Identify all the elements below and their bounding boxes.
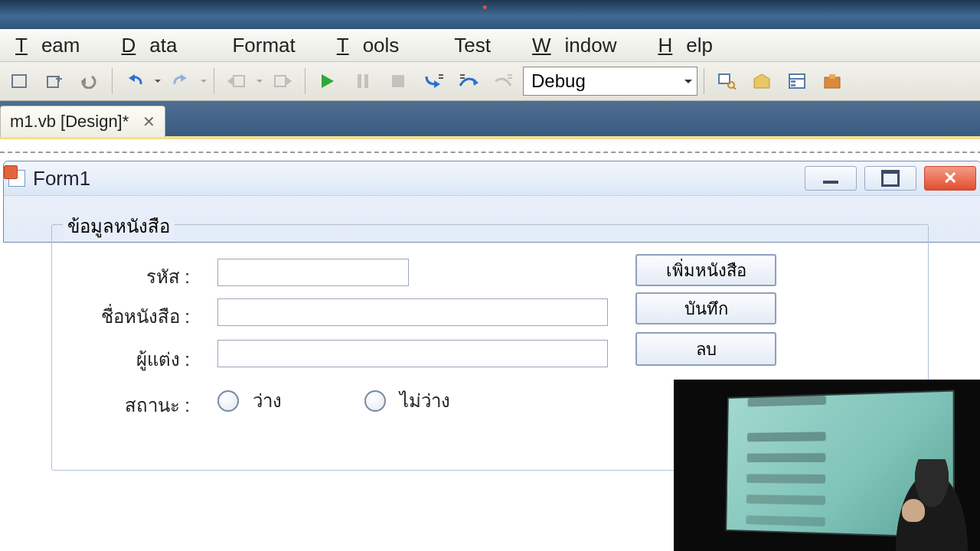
form-close-button[interactable]: ✕ [924,166,976,191]
button-delete[interactable]: ลบ [635,332,776,366]
form-titlebar[interactable]: Form1 ✕ [4,161,980,196]
svg-marker-15 [434,80,440,88]
svg-rect-14 [392,75,404,87]
svg-marker-18 [472,78,479,86]
svg-point-24 [728,82,734,88]
designed-form-window[interactable]: Form1 ✕ ข้อมูลหนังสือ รหัส : เพิ่มหนังสื… [3,161,980,243]
menu-team[interactable]: Team [2,34,107,57]
radio-unavailable[interactable] [364,390,386,412]
properties-icon[interactable] [781,67,813,96]
document-tabstrip: m1.vb [Design]* ✕ [0,101,980,136]
label-code: รหัส : [75,262,190,292]
svg-rect-32 [829,74,835,79]
document-tab[interactable]: m1.vb [Design]* ✕ [0,106,165,137]
nav-fwd-icon[interactable] [266,67,299,96]
radio-available[interactable] [217,390,239,412]
redo-icon[interactable] [165,67,197,96]
button-save[interactable]: บันทึก [635,292,776,324]
svg-marker-6 [181,74,187,82]
menu-bar: Team Data Format Tools Test Window Help [0,29,980,61]
toolbar: Debug [0,61,980,101]
webcam-overlay [674,380,980,551]
label-status: สถานะ : [83,390,190,420]
presenter-hand [902,499,925,522]
radio-unavailable-label: ไม่ว่าง [400,386,450,416]
undo-dropdown[interactable] [154,77,162,86]
label-author: ผู้แต่ง : [83,344,190,374]
menu-format[interactable]: Format [204,34,322,57]
form-title-text: Form1 [33,167,90,191]
os-titlebar-strip [0,0,980,29]
close-tab-icon[interactable]: ✕ [142,112,155,131]
form-maximize-button[interactable] [864,166,916,191]
toolbox-icon[interactable] [816,67,848,96]
input-code[interactable] [217,259,409,286]
svg-marker-26 [754,74,769,88]
button-add-book[interactable]: เพิ่มหนังสือ [635,254,776,286]
step-over-icon[interactable] [452,67,485,96]
add-item-icon[interactable] [38,67,70,96]
input-name[interactable] [217,298,608,326]
svg-rect-13 [364,74,368,88]
nav-back-icon[interactable] [220,67,253,96]
label-name: ชื่อหนังสือ : [52,302,190,331]
svg-rect-31 [825,77,840,88]
menu-window[interactable]: Window [518,34,644,57]
svg-rect-23 [719,74,730,83]
undo-icon[interactable] [119,67,151,96]
svg-rect-12 [358,74,361,88]
radio-available-label: ว่าง [253,386,282,416]
designer-selection-border [0,152,980,155]
step-into-icon[interactable] [417,67,449,96]
svg-line-25 [733,87,736,90]
redo-dropdown[interactable] [200,77,207,86]
undo-add-icon[interactable] [74,67,106,96]
menu-help[interactable]: Help [645,34,740,57]
svg-marker-8 [227,77,234,86]
svg-rect-0 [12,75,26,87]
form-icon [8,170,25,187]
find-icon[interactable] [710,67,743,96]
solution-explorer-icon[interactable] [746,67,778,96]
stop-icon[interactable] [382,67,414,96]
solution-config-value: Debug [531,70,586,92]
step-out-icon[interactable] [488,67,520,96]
solution-config-select[interactable]: Debug [523,67,697,96]
svg-rect-9 [275,76,286,86]
svg-marker-5 [129,74,135,82]
chevron-down-icon [684,80,692,87]
svg-rect-7 [234,76,244,86]
groupbox-legend: ข้อมูลหนังสือ [63,211,175,241]
svg-marker-10 [286,77,292,86]
svg-rect-30 [791,84,795,86]
start-debug-icon[interactable] [312,67,344,96]
pause-icon[interactable] [347,67,379,96]
document-tab-label: m1.vb [Design]* [10,112,129,132]
menu-test[interactable]: Test [426,34,518,57]
menu-tools[interactable]: Tools [323,34,427,57]
nav-back-dropdown[interactable] [256,77,263,86]
svg-rect-29 [791,80,795,83]
input-author[interactable] [217,340,608,367]
svg-marker-11 [322,74,334,88]
form-minimize-button[interactable] [805,166,857,191]
new-item-icon[interactable] [3,67,35,96]
menu-data[interactable]: Data [107,34,204,57]
